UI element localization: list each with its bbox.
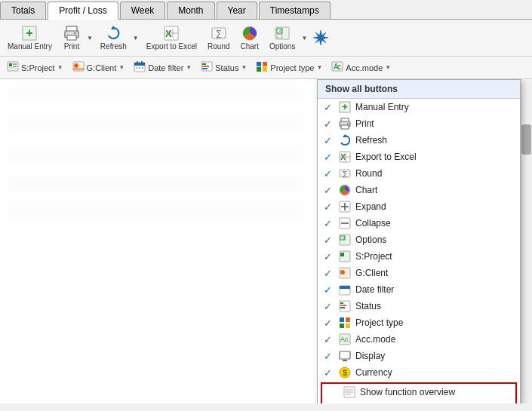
- table-row: [8, 222, 302, 236]
- dropdown-item-date-filter[interactable]: ✓ Date filter: [318, 281, 520, 298]
- check-show-captions: ✓: [328, 403, 339, 404]
- g-client-arrow: ▼: [118, 64, 125, 71]
- chart-label: Chart: [241, 42, 259, 51]
- export-excel-dropdown-icon: X: [339, 151, 351, 163]
- s-project-icon: [7, 60, 19, 75]
- svg-rect-42: [263, 67, 267, 72]
- print-button[interactable]: Print: [58, 22, 85, 54]
- check-date-filter: ✓: [324, 284, 334, 296]
- function-overview-icon: [343, 386, 355, 398]
- date-filter-dropdown-icon: [339, 284, 351, 296]
- round-button[interactable]: ∑ Round: [203, 22, 234, 54]
- refresh-button[interactable]: Refresh: [96, 22, 131, 54]
- g-client-button[interactable]: G:Client ▼: [69, 58, 129, 77]
- dropdown-label-expand: Expand: [355, 201, 514, 212]
- dropdown-item-show-function-overview[interactable]: ✓ Show function overview: [322, 384, 515, 400]
- more-buttons-icon: [312, 29, 329, 46]
- dropdown-header: Show all buttons: [318, 80, 520, 99]
- check-round: ✓: [324, 168, 334, 179]
- manual-entry-icon: +: [21, 25, 38, 41]
- g-client-icon: [72, 60, 85, 75]
- tab-month[interactable]: Month: [167, 2, 214, 19]
- tab-timestamps[interactable]: Timestamps: [259, 2, 331, 19]
- tab-totals[interactable]: Totals: [0, 2, 46, 19]
- dropdown-item-refresh[interactable]: ✓ Refresh: [318, 132, 520, 149]
- dropdown-item-project-type[interactable]: ✓ Project type: [318, 314, 520, 331]
- dropdown-label-show-function-overview: Show function overview: [360, 387, 509, 397]
- dropdown-label-s-project: S:Project: [355, 251, 514, 262]
- show-all-buttons-dropdown: Show all buttons ✓ + Manual Entry ✓ Prin…: [317, 79, 521, 403]
- table-row: [8, 207, 302, 221]
- dropdown-label-options: Options: [355, 235, 514, 245]
- table-row: [8, 87, 302, 100]
- options-button[interactable]: ✓ Options: [265, 22, 300, 54]
- scrollbar-thumb[interactable]: [521, 124, 531, 155]
- chart-button[interactable]: Chart: [236, 22, 263, 54]
- dropdown-item-print[interactable]: ✓ Print: [318, 115, 520, 132]
- dropdown-item-s-project[interactable]: ✓ S:Project: [318, 248, 520, 265]
- svg-rect-5: [74, 32, 76, 34]
- round-icon: ∑: [211, 25, 227, 41]
- svg-rect-34: [142, 67, 143, 69]
- table-row: [8, 192, 302, 206]
- dropdown-item-manual-entry[interactable]: ✓ + Manual Entry: [318, 99, 520, 115]
- more-buttons-button[interactable]: [310, 26, 331, 50]
- dropdown-item-acc-mode[interactable]: ✓ Ac Acc.mode: [318, 331, 520, 348]
- refresh-arrow[interactable]: ▼: [131, 22, 140, 54]
- svg-text:+: +: [26, 26, 33, 39]
- svg-rect-23: [13, 66, 17, 67]
- dropdown-item-g-client[interactable]: ✓ G:Client: [318, 265, 520, 281]
- refresh-label: Refresh: [100, 42, 127, 51]
- svg-rect-30: [137, 61, 138, 64]
- dropdown-item-chart[interactable]: ✓ Chart: [318, 182, 520, 198]
- scrollbar[interactable]: [521, 79, 532, 403]
- project-type-button[interactable]: Project type ▼: [252, 58, 326, 77]
- export-excel-icon: X: [163, 25, 180, 41]
- svg-rect-76: [340, 305, 346, 306]
- svg-rect-50: [341, 125, 349, 129]
- dropdown-item-currency[interactable]: ✓ $ Currency: [318, 364, 520, 381]
- print-icon: [63, 25, 80, 41]
- svg-text:∑: ∑: [343, 170, 347, 177]
- tab-week[interactable]: Week: [120, 2, 165, 19]
- print-arrow[interactable]: ▼: [85, 22, 94, 54]
- tab-year[interactable]: Year: [217, 2, 257, 19]
- s-project-label: S:Project: [21, 63, 55, 72]
- s-project-button[interactable]: S:Project ▼: [3, 58, 67, 77]
- dropdown-label-date-filter: Date filter: [355, 284, 514, 295]
- refresh-button-group: Refresh ▼: [96, 22, 140, 54]
- dropdown-item-options[interactable]: ✓ ✓ Options: [318, 232, 520, 248]
- dropdown-item-status[interactable]: ✓ Status: [318, 298, 520, 314]
- svg-rect-80: [340, 324, 344, 328]
- date-filter-button[interactable]: Date filter ▼: [130, 58, 195, 77]
- status-arrow: ▼: [241, 64, 247, 71]
- manual-entry-button[interactable]: + Manual Entry: [3, 22, 57, 54]
- print-label: Print: [64, 42, 80, 51]
- options-label: Options: [269, 42, 295, 51]
- check-s-project: ✓: [324, 251, 334, 262]
- dropdown-item-expand[interactable]: ✓ Expand: [318, 198, 520, 215]
- svg-rect-78: [340, 317, 344, 322]
- check-refresh: ✓: [324, 135, 334, 146]
- dropdown-item-collapse[interactable]: ✓ Collapse: [318, 215, 520, 232]
- options-arrow[interactable]: ▼: [300, 22, 309, 54]
- table-row: [8, 132, 302, 146]
- svg-rect-84: [340, 351, 350, 359]
- export-excel-button[interactable]: X Export to Excel: [142, 22, 201, 54]
- svg-text:✓: ✓: [278, 27, 284, 34]
- acc-mode-label: Acc.mode: [346, 63, 383, 72]
- dropdown-item-export-excel[interactable]: ✓ X Export to Excel: [318, 149, 520, 165]
- dropdown-item-display[interactable]: ✓ Display: [318, 348, 520, 364]
- acc-mode-button[interactable]: A c Acc.mode ▼: [328, 58, 395, 77]
- dropdown-item-show-captions[interactable]: ✓ Show captions: [322, 400, 515, 403]
- svg-rect-69: [340, 253, 344, 256]
- status-button[interactable]: Status ▼: [197, 58, 251, 77]
- svg-rect-38: [202, 68, 208, 69]
- check-acc-mode: ✓: [324, 334, 334, 345]
- svg-text:$: $: [343, 368, 347, 377]
- project-type-label: Project type: [270, 63, 314, 72]
- project-type-dropdown-icon: [339, 317, 351, 329]
- tab-profit-loss[interactable]: Profit / Loss: [48, 2, 118, 20]
- dropdown-item-round[interactable]: ✓ ∑ Round: [318, 165, 520, 182]
- table-row: [8, 147, 302, 161]
